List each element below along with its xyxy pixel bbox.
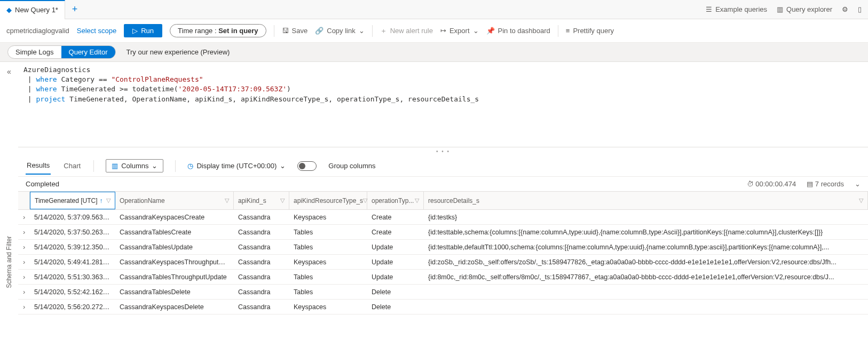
simple-logs-tab[interactable]: Simple Logs	[8, 46, 61, 58]
query-editor-tab[interactable]: Query Editor	[61, 46, 115, 58]
tab-new-query[interactable]: ◆ New Query 1*	[0, 0, 65, 19]
col-operationtype[interactable]: operationTyp...▽	[367, 192, 424, 209]
settings-button[interactable]: ⚙	[842, 5, 848, 13]
expand-row-button[interactable]: ›	[18, 243, 30, 251]
results-toolbar: Results Chart ▥ Columns ⌄ ◷ Display time…	[18, 155, 868, 177]
stopwatch-icon: ⏱	[747, 180, 756, 188]
table-row[interactable]: ›5/14/2020, 5:39:12.350 PMCassandraTable…	[18, 240, 868, 255]
cell-apikindresourcetype: Keyspaces	[289, 214, 367, 221]
cell-operationname: CassandraTablesDelete	[115, 288, 234, 296]
filter-icon: ▽	[363, 197, 367, 204]
expand-row-button[interactable]: ›	[18, 229, 30, 236]
col-apikindresourcetype[interactable]: apiKindResourceType_s▽	[289, 192, 367, 209]
col-operationname[interactable]: OperationName▽	[115, 192, 234, 209]
col-resourcedetails[interactable]: resourceDetails_s▽	[424, 192, 868, 209]
columns-button[interactable]: ▥ Columns ⌄	[106, 159, 163, 172]
expand-row-button[interactable]: ›	[18, 214, 30, 221]
cell-apikind: Cassandra	[234, 273, 289, 281]
tab-icon: ◆	[6, 6, 12, 14]
col-apikind[interactable]: apiKind_s▽	[234, 192, 289, 209]
scope-name: cpmetricdiaglogvalid	[6, 27, 69, 35]
new-alert-button[interactable]: ＋New alert rule	[380, 26, 433, 36]
tab-chart[interactable]: Chart	[62, 158, 82, 174]
pin-icon: 📌	[486, 27, 495, 35]
cell-operationname: CassandraTablesUpdate	[115, 243, 234, 251]
pin-button[interactable]: 📌Pin to dashboard	[486, 27, 550, 35]
filter-icon: ▽	[225, 197, 229, 204]
list-icon: ☰	[706, 5, 712, 13]
cell-apikind: Cassandra	[234, 303, 289, 311]
chevron-down-icon: ⌄	[280, 162, 286, 170]
copy-link-button[interactable]: 🔗Copy link ⌄	[315, 27, 364, 35]
table-row[interactable]: ›5/14/2020, 5:51:30.363 PMCassandraTable…	[18, 270, 868, 285]
collapse-results-button[interactable]: ⌄	[855, 180, 861, 188]
cell-timegenerated: 5/14/2020, 5:39:12.350 PM	[30, 243, 115, 251]
example-queries-button[interactable]: ☰ Example queries	[706, 5, 767, 13]
chevron-down-icon: ⌄	[473, 27, 479, 35]
table-row[interactable]: ›5/14/2020, 5:52:42.162 PMCassandraTable…	[18, 285, 868, 300]
cell-resourcedetails: {id:8m0c,_rid:8m0c,_self:offers/8m0c/,_t…	[424, 273, 868, 281]
table-row[interactable]: ›5/14/2020, 5:37:50.263 PMCassandraTable…	[18, 225, 868, 240]
grid-header: TimeGenerated [UTC]↑▽ OperationName▽ api…	[18, 192, 868, 210]
query-explorer-button[interactable]: ▥ Query explorer	[777, 5, 832, 13]
expand-row-button[interactable]: ›	[18, 258, 30, 266]
separator	[175, 160, 176, 172]
cell-operationname: CassandraKeyspacesThroughputUpdate	[115, 258, 234, 266]
cell-operationname: CassandraTablesThroughputUpdate	[115, 273, 234, 281]
sort-asc-icon: ↑	[100, 197, 103, 205]
panel-toggle-button[interactable]: ▯	[858, 5, 862, 13]
cell-apikind: Cassandra	[234, 214, 289, 221]
cell-resourcedetails: {id:testtable,defaultTtl:1000,schema:{co…	[424, 243, 868, 251]
cell-operationname: CassandraKeyspacesCreate	[115, 214, 234, 221]
splitter-handle[interactable]: • • •	[18, 147, 868, 155]
cell-apikindresourcetype: Tables	[289, 288, 367, 296]
tab-label: New Query 1*	[15, 6, 58, 14]
cell-operationtype: Create	[367, 214, 424, 221]
table-row[interactable]: ›5/14/2020, 5:56:20.272 PMCassandraKeysp…	[18, 300, 868, 315]
save-button[interactable]: 🖫Save	[282, 27, 308, 35]
select-scope-link[interactable]: Select scope	[77, 27, 116, 35]
cell-timegenerated: 5/14/2020, 5:37:09.563 PM	[30, 214, 115, 221]
cell-apikindresourcetype: Tables	[289, 273, 367, 281]
expand-row-button[interactable]: ›	[18, 288, 30, 296]
records-icon: ▤	[807, 180, 815, 188]
col-timegenerated[interactable]: TimeGenerated [UTC]↑▽	[30, 192, 115, 209]
cell-apikind: Cassandra	[234, 258, 289, 266]
status-text: Completed	[26, 180, 59, 188]
time-range-selector[interactable]: Time range : Set in query	[170, 24, 266, 37]
run-button[interactable]: ▷ Run	[124, 24, 162, 37]
query-editor[interactable]: AzureDiagnostics | where Category == "Co…	[18, 62, 868, 147]
prettify-button[interactable]: ≡Prettify query	[566, 27, 614, 35]
table-row[interactable]: ›5/14/2020, 5:49:41.281 PMCassandraKeysp…	[18, 255, 868, 270]
add-tab-button[interactable]: +	[65, 4, 84, 15]
display-time-selector[interactable]: ◷ Display time (UTC+00:00) ⌄	[187, 162, 286, 170]
cell-operationtype: Update	[367, 273, 424, 281]
cell-apikind: Cassandra	[234, 243, 289, 251]
cell-timegenerated: 5/14/2020, 5:56:20.272 PM	[30, 303, 115, 311]
duration-label: ⏱ 00:00:00.474	[747, 180, 796, 188]
cell-operationtype: Update	[367, 258, 424, 266]
status-row: Completed ⏱ 00:00:00.474 ▤ 7 records ⌄	[18, 177, 868, 191]
side-panel-label[interactable]: Schema and Filter	[5, 236, 13, 288]
tab-results[interactable]: Results	[26, 157, 51, 175]
expand-panel-button[interactable]: «	[7, 67, 11, 76]
panel-icon: ▯	[858, 5, 862, 13]
table-row[interactable]: ›5/14/2020, 5:37:09.563 PMCassandraKeysp…	[18, 210, 868, 225]
filter-icon: ▽	[280, 197, 285, 204]
expand-column	[18, 192, 30, 209]
records-label: ▤ 7 records	[807, 180, 844, 188]
group-columns-toggle[interactable]	[297, 161, 317, 171]
expand-row-button[interactable]: ›	[18, 273, 30, 281]
separator	[93, 160, 94, 172]
cell-operationtype: Delete	[367, 303, 424, 311]
export-button[interactable]: ↦Export ⌄	[440, 27, 479, 35]
cell-operationname: CassandraKeyspacesDelete	[115, 303, 234, 311]
results-grid: TimeGenerated [UTC]↑▽ OperationName▽ api…	[18, 191, 868, 315]
preview-link[interactable]: Try our new experience (Preview)	[127, 48, 230, 56]
expand-row-button[interactable]: ›	[18, 303, 30, 311]
cell-timegenerated: 5/14/2020, 5:37:50.263 PM	[30, 229, 115, 236]
filter-icon: ▽	[859, 197, 863, 204]
filter-icon: ▽	[106, 197, 111, 204]
side-panel-collapsed: « Schema and Filter	[0, 62, 18, 315]
format-icon: ≡	[566, 27, 570, 35]
